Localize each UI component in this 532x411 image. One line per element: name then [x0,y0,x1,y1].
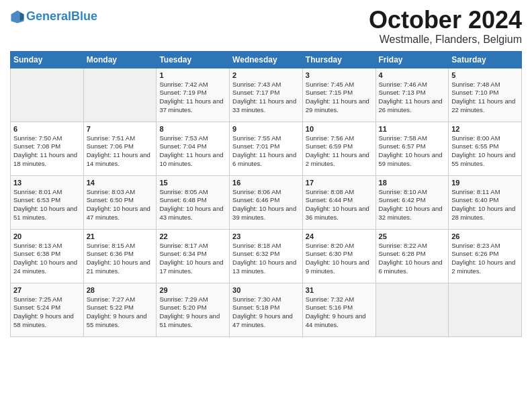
day-cell: 28Sunrise: 7:27 AM Sunset: 5:22 PM Dayli… [83,283,157,336]
day-cell: 29Sunrise: 7:29 AM Sunset: 5:20 PM Dayli… [157,283,230,336]
day-info: Sunrise: 7:42 AM Sunset: 7:19 PM Dayligh… [159,81,226,115]
day-info: Sunrise: 8:13 AM Sunset: 6:38 PM Dayligh… [13,242,81,276]
day-info: Sunrise: 8:05 AM Sunset: 6:48 PM Dayligh… [159,188,226,222]
day-cell: 13Sunrise: 8:01 AM Sunset: 6:53 PM Dayli… [11,175,84,229]
day-cell: 8Sunrise: 7:53 AM Sunset: 7:04 PM Daylig… [157,122,230,175]
col-header-thursday: Thursday [302,51,375,68]
col-header-friday: Friday [375,51,449,68]
week-row-5: 27Sunrise: 7:25 AM Sunset: 5:24 PM Dayli… [11,283,522,336]
day-cell: 21Sunrise: 8:15 AM Sunset: 6:36 PM Dayli… [83,229,157,283]
day-info: Sunrise: 8:22 AM Sunset: 6:28 PM Dayligh… [379,242,446,276]
day-cell: 12Sunrise: 8:00 AM Sunset: 6:55 PM Dayli… [449,122,522,175]
logo-general: General [26,9,71,23]
day-cell: 27Sunrise: 7:25 AM Sunset: 5:24 PM Dayli… [11,283,84,336]
header-row: SundayMondayTuesdayWednesdayThursdayFrid… [11,51,522,68]
week-row-2: 6Sunrise: 7:50 AM Sunset: 7:08 PM Daylig… [11,122,522,175]
day-cell: 17Sunrise: 8:08 AM Sunset: 6:44 PM Dayli… [302,175,375,229]
day-number: 4 [379,71,446,79]
day-cell: 5Sunrise: 7:48 AM Sunset: 7:10 PM Daylig… [449,68,522,122]
day-number: 24 [306,232,373,240]
day-info: Sunrise: 8:15 AM Sunset: 6:36 PM Dayligh… [87,242,154,276]
page: GeneralBlue October 2024 Westmalle, Flan… [0,0,532,411]
day-cell: 1Sunrise: 7:42 AM Sunset: 7:19 PM Daylig… [157,68,230,122]
day-info: Sunrise: 8:11 AM Sunset: 6:40 PM Dayligh… [451,188,519,222]
day-info: Sunrise: 7:25 AM Sunset: 5:24 PM Dayligh… [13,295,81,330]
day-info: Sunrise: 8:17 AM Sunset: 6:34 PM Dayligh… [159,242,226,276]
day-cell: 31Sunrise: 7:32 AM Sunset: 5:16 PM Dayli… [302,283,375,336]
day-number: 29 [159,286,226,294]
day-number: 3 [306,71,373,79]
day-number: 30 [232,286,300,294]
day-number: 18 [379,179,446,187]
day-info: Sunrise: 7:55 AM Sunset: 7:01 PM Dayligh… [232,134,300,169]
day-number: 11 [379,125,446,133]
day-number: 7 [87,125,154,133]
day-info: Sunrise: 8:03 AM Sunset: 6:50 PM Dayligh… [87,188,154,222]
day-cell: 26Sunrise: 8:23 AM Sunset: 6:26 PM Dayli… [449,229,522,283]
day-cell: 11Sunrise: 7:58 AM Sunset: 6:57 PM Dayli… [375,122,449,175]
week-row-3: 13Sunrise: 8:01 AM Sunset: 6:53 PM Dayli… [11,175,522,229]
day-number: 31 [306,286,373,294]
day-info: Sunrise: 7:43 AM Sunset: 7:17 PM Dayligh… [232,81,300,115]
day-info: Sunrise: 7:58 AM Sunset: 6:57 PM Dayligh… [379,134,446,169]
logo-blue: Blue [71,9,97,23]
logo-text: GeneralBlue [26,10,97,24]
day-info: Sunrise: 8:08 AM Sunset: 6:44 PM Dayligh… [306,188,373,222]
day-info: Sunrise: 7:45 AM Sunset: 7:15 PM Dayligh… [306,81,373,115]
day-cell [375,283,449,336]
day-cell: 4Sunrise: 7:46 AM Sunset: 7:13 PM Daylig… [375,68,449,122]
day-number: 25 [379,232,446,240]
day-info: Sunrise: 8:01 AM Sunset: 6:53 PM Dayligh… [13,188,81,222]
day-info: Sunrise: 7:50 AM Sunset: 7:08 PM Dayligh… [13,134,81,169]
day-info: Sunrise: 8:23 AM Sunset: 6:26 PM Dayligh… [451,242,519,276]
day-info: Sunrise: 7:27 AM Sunset: 5:22 PM Dayligh… [87,295,154,330]
day-number: 16 [232,179,300,187]
day-cell [449,283,522,336]
col-header-monday: Monday [83,51,157,68]
day-cell: 19Sunrise: 8:11 AM Sunset: 6:40 PM Dayli… [449,175,522,229]
day-cell: 15Sunrise: 8:05 AM Sunset: 6:48 PM Dayli… [157,175,230,229]
day-number: 28 [87,286,154,294]
day-cell [11,68,84,122]
week-row-4: 20Sunrise: 8:13 AM Sunset: 6:38 PM Dayli… [11,229,522,283]
day-number: 5 [451,71,519,79]
day-info: Sunrise: 7:48 AM Sunset: 7:10 PM Dayligh… [451,81,519,115]
day-info: Sunrise: 7:29 AM Sunset: 5:20 PM Dayligh… [159,295,226,330]
day-number: 22 [159,232,226,240]
day-cell: 10Sunrise: 7:56 AM Sunset: 6:59 PM Dayli… [302,122,375,175]
col-header-wednesday: Wednesday [230,51,303,68]
day-number: 13 [13,179,81,187]
day-number: 23 [232,232,300,240]
day-number: 2 [232,71,300,79]
day-cell: 14Sunrise: 8:03 AM Sunset: 6:50 PM Dayli… [83,175,157,229]
day-number: 21 [87,232,154,240]
day-cell: 23Sunrise: 8:18 AM Sunset: 6:32 PM Dayli… [230,229,303,283]
day-number: 15 [159,179,226,187]
day-cell [83,68,157,122]
day-cell: 22Sunrise: 8:17 AM Sunset: 6:34 PM Dayli… [157,229,230,283]
day-cell: 7Sunrise: 7:51 AM Sunset: 7:06 PM Daylig… [83,122,157,175]
day-cell: 3Sunrise: 7:45 AM Sunset: 7:15 PM Daylig… [302,68,375,122]
col-header-saturday: Saturday [449,51,522,68]
day-number: 1 [159,71,226,79]
day-number: 20 [13,232,81,240]
col-header-sunday: Sunday [11,51,84,68]
day-cell: 2Sunrise: 7:43 AM Sunset: 7:17 PM Daylig… [230,68,303,122]
day-info: Sunrise: 7:32 AM Sunset: 5:16 PM Dayligh… [306,295,373,330]
day-info: Sunrise: 7:51 AM Sunset: 7:06 PM Dayligh… [87,134,154,169]
day-info: Sunrise: 7:56 AM Sunset: 6:59 PM Dayligh… [306,134,373,169]
day-cell: 18Sunrise: 8:10 AM Sunset: 6:42 PM Dayli… [375,175,449,229]
day-number: 26 [451,232,519,240]
day-cell: 24Sunrise: 8:20 AM Sunset: 6:30 PM Dayli… [302,229,375,283]
day-info: Sunrise: 7:30 AM Sunset: 5:18 PM Dayligh… [232,295,300,330]
day-cell: 9Sunrise: 7:55 AM Sunset: 7:01 PM Daylig… [230,122,303,175]
month-title: October 2024 [369,7,522,34]
day-number: 27 [13,286,81,294]
calendar-table: SundayMondayTuesdayWednesdayThursdayFrid… [10,51,522,337]
day-number: 8 [159,125,226,133]
day-cell: 20Sunrise: 8:13 AM Sunset: 6:38 PM Dayli… [11,229,84,283]
day-number: 17 [306,179,373,187]
logo-icon [10,9,25,24]
day-number: 12 [451,125,519,133]
day-info: Sunrise: 8:20 AM Sunset: 6:30 PM Dayligh… [306,242,373,276]
